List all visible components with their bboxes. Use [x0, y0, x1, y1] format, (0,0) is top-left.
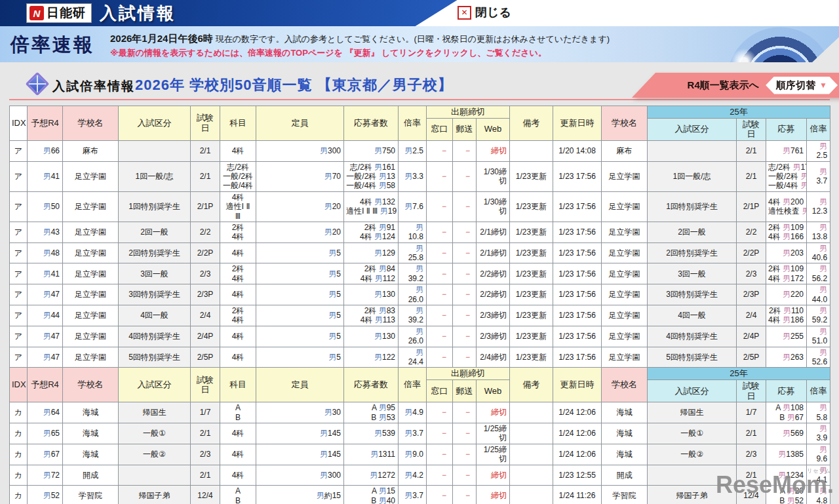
- col-subjects: 科目: [220, 368, 256, 402]
- cell-exam-date: 2/1P: [191, 191, 220, 222]
- cell-mail: −: [453, 465, 477, 486]
- cell-25-division: 4回一般: [648, 305, 737, 326]
- cell-web-deadline: 2/4締切: [477, 347, 510, 368]
- cell-school2: 足立学園: [602, 326, 648, 347]
- cell-25-applicants: 男255: [766, 326, 807, 347]
- col-web: Web: [477, 379, 510, 402]
- col-division: 入試区分: [119, 106, 191, 141]
- col-updated: 更新日時: [553, 106, 602, 141]
- cell-applicants: 男130: [344, 284, 399, 305]
- cell-subjects: 2科4科: [220, 222, 256, 242]
- cell-r4: 男65: [28, 423, 63, 444]
- cell-division: [119, 465, 191, 486]
- cell-r4: 男66: [28, 140, 63, 161]
- cell-25-applicants: 男263: [766, 347, 807, 368]
- notice-text: 2026年1月24日午後6時現在の数字です。入試の参考としてご覧ください。(日曜…: [110, 31, 610, 60]
- sort-switch-button[interactable]: R4順一覧表示へ 順序切替 ▼: [632, 73, 839, 98]
- cell-idx: ア: [10, 305, 28, 326]
- cell-window: −: [427, 284, 453, 305]
- cell-school2: 海城: [602, 423, 648, 444]
- close-button[interactable]: ✕ 閉じる: [458, 5, 511, 20]
- cell-r4: 男47: [28, 326, 63, 347]
- cell-subjects: AB: [220, 402, 256, 423]
- cell-25-exam-date: 2/2P: [737, 242, 766, 263]
- cell-r4: 男48: [28, 242, 63, 263]
- bulletin-bar: 倍率速報 2026年1月24日午後6時現在の数字です。入試の参考としてご覧くださ…: [0, 26, 839, 62]
- cell-window: −: [427, 326, 453, 347]
- cell-25-division: 1回特別奨学生: [648, 191, 737, 222]
- cell-division: 3回一般: [119, 263, 191, 284]
- cell-25-division: 2回特別奨学生: [648, 242, 737, 263]
- notice-line1: 2026年1月24日午後6時現在の数字です。入試の参考としてご覧ください。(日曜…: [110, 31, 610, 47]
- cell-web-deadline: 2/2締切: [477, 263, 510, 284]
- cell-division: 一般①: [119, 423, 191, 444]
- cell-subjects: 2科4科: [220, 305, 256, 326]
- cell-subjects: 4科: [220, 284, 256, 305]
- cell-25-division: 5回特別奨学生: [648, 347, 737, 368]
- notice-datetime: 2026年1月24日午後6時: [110, 33, 213, 44]
- cell-school2: 足立学園: [602, 305, 648, 326]
- cell-25-ratio: 男12.3: [807, 191, 830, 222]
- table-row: ア男66麻布2/14科男300男750男2.5−−締切1/20 14:08麻布2…: [10, 140, 830, 161]
- cell-school2: 足立学園: [602, 284, 648, 305]
- cell-web-deadline: 締切: [477, 140, 510, 161]
- cell-applicants: A 男15B 男40: [344, 486, 399, 504]
- cell-school: 足立学園: [63, 263, 119, 284]
- cell-school2: 麻布: [602, 140, 648, 161]
- cell-subjects: AB: [220, 486, 256, 504]
- cell-school2: 海城: [602, 444, 648, 465]
- col-25-applicants: 応募: [766, 118, 807, 140]
- cell-25-division: 2回一般: [648, 222, 737, 242]
- cell-division: 2回特別奨学生: [119, 242, 191, 263]
- cell-window: −: [427, 222, 453, 242]
- cell-25-ratio: 男3.7: [807, 161, 830, 191]
- section-title: 2026年 学校別50音順一覧 【東京都／男子校】: [135, 75, 453, 95]
- cell-25-applicants: 志/2科 男173一般/2科 男19一般/4科 男70: [766, 161, 807, 191]
- cell-idx: ア: [10, 242, 28, 263]
- cell-r4: 男64: [28, 402, 63, 423]
- cell-mail: −: [453, 305, 477, 326]
- cell-25-division: 4回特別奨学生: [648, 326, 737, 347]
- cell-r4: 男72: [28, 465, 63, 486]
- col-capacity: 定員: [256, 368, 344, 402]
- table-row: ア男44足立学園4回一般2/42科4科男52科 男834科 男113男39.2−…: [10, 305, 830, 326]
- cell-25-division: 一般②: [648, 444, 737, 465]
- order-toggle-button[interactable]: 順序切替 ▼: [766, 77, 838, 94]
- cell-division: 帰国子弟: [119, 486, 191, 504]
- cell-notes: 1/23更新: [510, 161, 553, 191]
- cell-updated: 1/24 12:06: [553, 444, 602, 465]
- cell-exam-date: 2/3: [191, 263, 220, 284]
- cell-r4: 男43: [28, 222, 63, 242]
- cell-capacity: 男300: [256, 465, 344, 486]
- cell-web-deadline: 2/1締切: [477, 242, 510, 263]
- cell-school: 学習院: [63, 486, 119, 504]
- cell-school: 足立学園: [63, 326, 119, 347]
- cell-ratio: 男4.9: [399, 402, 427, 423]
- cell-web-deadline: 1/30締切: [477, 191, 510, 222]
- resemom-watermark: リセマムReseMom.: [716, 473, 834, 497]
- cell-subjects: 2科4科: [220, 263, 256, 284]
- cell-school2: 足立学園: [602, 347, 648, 368]
- col-school: 学校名: [63, 368, 119, 402]
- cell-notes: 1/23更新: [510, 347, 553, 368]
- col-r4: 予想R4: [28, 368, 63, 402]
- cell-updated: 1/23 17:56: [553, 191, 602, 222]
- cell-25-applicants: 男761: [766, 140, 807, 161]
- cell-25-exam-date: 2/3: [737, 263, 766, 284]
- cell-25-ratio: 男9.6: [807, 444, 830, 465]
- col-deadline-group: 出願締切: [427, 106, 510, 119]
- col-web: Web: [477, 118, 510, 140]
- cell-capacity: 男約15: [256, 486, 344, 504]
- cell-school: 海城: [63, 402, 119, 423]
- cell-r4: 男44: [28, 305, 63, 326]
- cell-applicants: 4科 男132適性Ⅰ Ⅱ Ⅲ 男19: [344, 191, 399, 222]
- cell-web-deadline: 2/3締切: [477, 326, 510, 347]
- cell-subjects: 4科: [220, 140, 256, 161]
- cell-notes: 1/23更新: [510, 191, 553, 222]
- cell-25-ratio: 男52.6: [807, 347, 830, 368]
- cell-school: 足立学園: [63, 191, 119, 222]
- cell-division: 帰国生: [119, 402, 191, 423]
- ratio-table: IDX予想R4学校名入試区分試験日科目定員応募者数倍率出願締切備考更新日時学校名…: [9, 106, 830, 504]
- cell-division: 4回一般: [119, 305, 191, 326]
- nichinoken-logo[interactable]: N 日能研: [26, 3, 92, 23]
